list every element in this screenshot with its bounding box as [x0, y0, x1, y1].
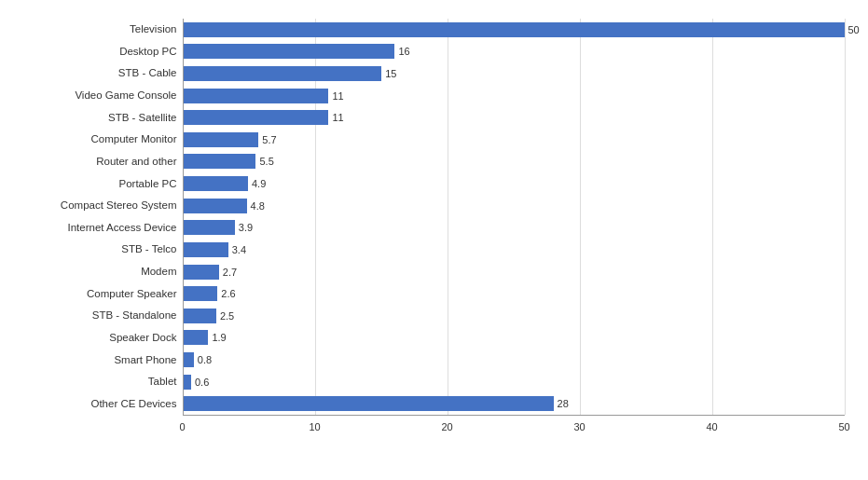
- y-label: STB - Standalone: [15, 306, 177, 326]
- y-label: STB - Cable: [15, 63, 177, 84]
- y-label: Smart Phone: [15, 350, 177, 371]
- bar-row: 2.5: [184, 306, 845, 326]
- y-label: Speaker Dock: [15, 328, 177, 349]
- grid-line: [845, 19, 846, 415]
- y-label: Television: [15, 20, 177, 40]
- bars-and-grid: 50161511115.75.54.94.83.93.42.72.62.51.9…: [183, 19, 845, 416]
- bar: [184, 242, 228, 257]
- bar-row: 28: [184, 393, 845, 414]
- y-label: Modem: [15, 262, 177, 282]
- bar: [184, 89, 329, 103]
- y-label: Computer Monitor: [15, 130, 177, 150]
- bar-value: 2.7: [223, 267, 237, 278]
- y-labels: TelevisionDesktop PCSTB - CableVideo Gam…: [15, 19, 183, 416]
- bar-value: 5.7: [262, 134, 276, 145]
- bar-value: 2.6: [221, 288, 235, 299]
- y-label: Compact Stereo System: [15, 196, 177, 216]
- x-axis-tick: 0: [179, 421, 185, 432]
- bar-row: 2.6: [184, 283, 845, 304]
- bars-section: TelevisionDesktop PCSTB - CableVideo Gam…: [15, 19, 845, 416]
- bar: [184, 220, 235, 235]
- bar: [184, 154, 256, 169]
- y-label: Tablet: [15, 372, 177, 392]
- bar: [184, 44, 395, 59]
- bar-row: 5.7: [184, 130, 845, 150]
- bar-value: 3.9: [239, 222, 253, 233]
- bar: [184, 22, 845, 37]
- bar-row: 5.5: [184, 151, 845, 171]
- bar-value: 2.5: [220, 310, 234, 322]
- x-axis-tick: 10: [309, 421, 320, 432]
- bar-value: 28: [558, 398, 569, 409]
- bar: [184, 199, 247, 213]
- x-axis-tick: 30: [573, 421, 585, 432]
- bar-rows: 50161511115.75.54.94.83.93.42.72.62.51.9…: [184, 19, 845, 415]
- chart-container: TelevisionDesktop PCSTB - CableVideo Gam…: [6, 5, 863, 475]
- x-axis-tick: 50: [838, 421, 849, 432]
- bar: [184, 375, 192, 390]
- bar-row: 0.6: [184, 372, 845, 392]
- y-label: Desktop PC: [15, 41, 177, 62]
- bar: [184, 330, 209, 345]
- y-label: Video Game Console: [15, 86, 177, 106]
- bar: [184, 265, 219, 280]
- bar: [184, 286, 218, 301]
- bar-value: 5.5: [259, 156, 273, 167]
- bar-value: 11: [332, 112, 343, 123]
- y-label: Portable PC: [15, 173, 177, 194]
- y-label: STB - Telco: [15, 240, 177, 260]
- bar-row: 50: [184, 20, 845, 40]
- bar-value: 4.9: [252, 178, 266, 189]
- bar-row: 3.9: [184, 217, 845, 238]
- y-label: Other CE Devices: [15, 394, 177, 415]
- bar: [184, 176, 248, 191]
- bar-row: 0.8: [184, 350, 845, 370]
- bar: [184, 352, 194, 367]
- bar: [184, 396, 554, 411]
- bar-value: 1.9: [212, 332, 226, 343]
- y-label: Computer Speaker: [15, 284, 177, 305]
- x-axis-tick: 20: [441, 421, 452, 432]
- bar-row: 4.9: [184, 173, 845, 194]
- bar-value: 11: [332, 90, 343, 102]
- x-axis: 01020304050: [183, 419, 845, 438]
- bar-row: 11: [184, 86, 845, 106]
- bar-row: 16: [184, 41, 845, 62]
- bar: [184, 132, 259, 147]
- bar-row: 4.8: [184, 196, 845, 216]
- bar-row: 2.7: [184, 262, 845, 282]
- bar-value: 50: [848, 24, 860, 35]
- bar: [184, 309, 216, 323]
- bar-value: 15: [385, 68, 396, 79]
- bar: [184, 66, 382, 81]
- bar-row: 3.4: [184, 240, 845, 260]
- bar-value: 3.4: [232, 244, 246, 255]
- chart-area: TelevisionDesktop PCSTB - CableVideo Gam…: [15, 19, 845, 438]
- bar-row: 11: [184, 107, 845, 128]
- bar: [184, 110, 329, 125]
- x-axis-tick: 40: [706, 421, 717, 432]
- bar-value: 0.8: [198, 354, 212, 365]
- y-label: STB - Satellite: [15, 107, 177, 128]
- bar-row: 1.9: [184, 327, 845, 348]
- bar-row: 15: [184, 63, 845, 84]
- bar-value: 4.8: [251, 200, 265, 212]
- bar-value: 0.6: [195, 377, 209, 388]
- y-label: Internet Access Device: [15, 218, 177, 239]
- bar-value: 16: [398, 46, 409, 57]
- y-label: Router and other: [15, 152, 177, 172]
